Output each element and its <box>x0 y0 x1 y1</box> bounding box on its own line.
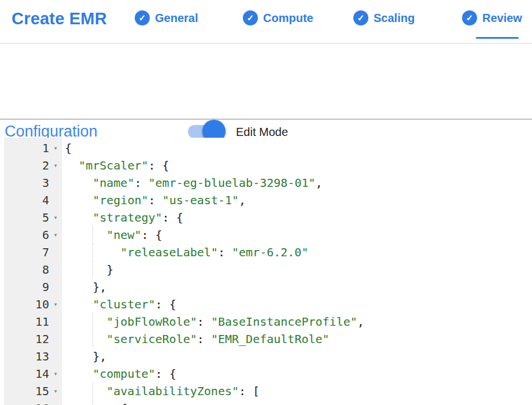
line-number: 10 <box>4 296 49 313</box>
line-number: 12 <box>4 330 49 348</box>
json-punctuation-token: : <box>134 176 148 190</box>
gutter-row: 15▾ <box>4 382 62 400</box>
json-punctuation-token: } <box>106 263 113 277</box>
json-punctuation-token: : { <box>156 297 176 311</box>
line-number: 1 <box>4 139 49 157</box>
create-emr-screen: Create EMR ✓General✓Compute✓Scaling✓Revi… <box>0 0 532 405</box>
line-number: 3 <box>4 174 49 192</box>
gutter-row: 3 <box>4 174 62 192</box>
gutter-row: 16▾ <box>4 400 62 405</box>
indent-guide <box>93 313 93 330</box>
fold-arrow-icon[interactable]: ▾ <box>49 226 62 244</box>
fold-arrow-icon[interactable]: ▾ <box>49 365 62 382</box>
line-number: 15 <box>4 382 49 400</box>
fold-arrow-icon[interactable]: ▾ <box>49 157 62 174</box>
check-circle-icon: ✓ <box>462 10 477 25</box>
indent-guide <box>93 330 93 348</box>
json-string-token: "name" <box>93 176 134 190</box>
json-string-token: "compute" <box>93 367 155 381</box>
check-circle-icon: ✓ <box>243 10 258 25</box>
editor-code-area[interactable]: { "mrScaler": { "name": "emr-eg-bluelab-… <box>62 138 532 405</box>
check-circle-icon: ✓ <box>135 10 150 25</box>
indent-guide <box>93 244 93 261</box>
json-punctuation-token: , <box>239 193 246 207</box>
step-label: Compute <box>263 12 313 25</box>
json-string-token: "BaseInstanceProfile" <box>211 315 357 329</box>
gutter-row: 7 <box>4 244 62 261</box>
code-line[interactable]: "availabilityZones": [ <box>62 382 532 400</box>
configuration-bar: Configuration Edit Mode <box>0 44 532 119</box>
json-punctuation-token: : [ <box>239 384 260 398</box>
code-line[interactable]: "mrScaler": { <box>62 157 532 174</box>
code-line[interactable]: }, <box>62 278 532 296</box>
code-line[interactable]: "releaseLabel": "emr-6.2.0" <box>62 244 532 261</box>
json-punctuation-token: : { <box>149 159 169 172</box>
json-punctuation-token: : <box>197 332 211 346</box>
json-punctuation-token: }, <box>93 349 106 363</box>
wizard-steps: ✓General✓Compute✓Scaling✓Review <box>0 0 532 44</box>
edit-mode-label: Edit Mode <box>236 125 288 139</box>
json-string-token: "releaseLabel" <box>120 245 218 259</box>
json-punctuation-token: , <box>316 176 323 190</box>
json-string-token: "EMR_DefaultRole" <box>211 332 330 346</box>
step-compute[interactable]: ✓Compute <box>243 10 313 25</box>
code-line[interactable]: "compute": { <box>62 365 532 382</box>
step-label: Scaling <box>374 12 415 25</box>
fold-arrow-icon[interactable]: ▾ <box>49 139 62 157</box>
step-review[interactable]: ✓Review <box>462 10 522 25</box>
json-string-token: "strategy" <box>93 211 162 224</box>
json-punctuation-token: { <box>65 141 72 155</box>
fold-arrow-icon[interactable]: ▾ <box>49 400 62 405</box>
json-string-token: "mrScaler" <box>79 159 148 172</box>
edit-mode-toggle[interactable] <box>188 125 226 138</box>
code-line[interactable]: }, <box>62 348 532 365</box>
gutter-row: 2▾ <box>4 157 62 174</box>
json-string-token: "emr-eg-bluelab-3298-01" <box>149 176 316 190</box>
json-editor[interactable]: 1▾2▾345▾6▾78910▾11121314▾15▾16▾ { "mrSca… <box>0 138 532 405</box>
code-line[interactable]: "jobFlowRole": "BaseInstanceProfile", <box>62 313 532 330</box>
fold-arrow-icon[interactable]: ▾ <box>49 382 62 400</box>
code-line[interactable]: "cluster": { <box>62 296 532 313</box>
json-string-token: "new" <box>106 228 141 242</box>
fold-arrow-icon[interactable]: ▾ <box>49 209 62 226</box>
line-number: 4 <box>4 192 49 209</box>
code-line[interactable]: "serviceRole": "EMR_DefaultRole" <box>62 330 532 348</box>
json-punctuation-token: , <box>357 315 364 329</box>
section-divider <box>0 119 532 120</box>
gutter-row: 4 <box>4 192 62 209</box>
json-punctuation-token: : { <box>141 228 162 242</box>
line-number: 6 <box>4 226 49 244</box>
step-general[interactable]: ✓General <box>135 10 198 25</box>
gutter-row: 11 <box>4 313 62 330</box>
gutter-row: 10▾ <box>4 296 62 313</box>
json-string-token: "serviceRole" <box>106 332 197 346</box>
step-label: General <box>155 12 198 25</box>
code-line[interactable]: { <box>62 139 532 157</box>
line-number: 2 <box>4 157 49 174</box>
line-number: 5 <box>4 209 49 226</box>
step-scaling[interactable]: ✓Scaling <box>353 10 415 25</box>
line-number: 11 <box>4 313 49 330</box>
code-line[interactable]: { <box>62 400 532 405</box>
line-number: 13 <box>4 348 49 365</box>
code-line[interactable]: } <box>62 261 532 278</box>
gutter-row: 8 <box>4 261 62 278</box>
json-string-token: "region" <box>93 193 148 207</box>
code-line[interactable]: "region": "us-east-1", <box>62 192 532 209</box>
indent-guide <box>93 261 93 278</box>
gutter-row: 1▾ <box>4 139 62 157</box>
check-circle-icon: ✓ <box>353 10 368 25</box>
fold-arrow-icon[interactable]: ▾ <box>49 296 62 313</box>
json-string-token: "emr-6.2.0" <box>232 245 308 259</box>
gutter-row: 5▾ <box>4 209 62 226</box>
json-punctuation-token: : { <box>156 367 176 381</box>
code-line[interactable]: "strategy": { <box>62 209 532 226</box>
line-number: 14 <box>4 365 49 382</box>
json-string-token: "us-east-1" <box>162 193 239 207</box>
indent-guide <box>93 400 93 405</box>
json-string-token: "jobFlowRole" <box>106 315 197 329</box>
code-line[interactable]: "name": "emr-eg-bluelab-3298-01", <box>62 174 532 192</box>
wizard-header: Create EMR ✓General✓Compute✓Scaling✓Revi… <box>0 0 532 44</box>
line-number: 8 <box>4 261 49 278</box>
code-line[interactable]: "new": { <box>62 226 532 244</box>
